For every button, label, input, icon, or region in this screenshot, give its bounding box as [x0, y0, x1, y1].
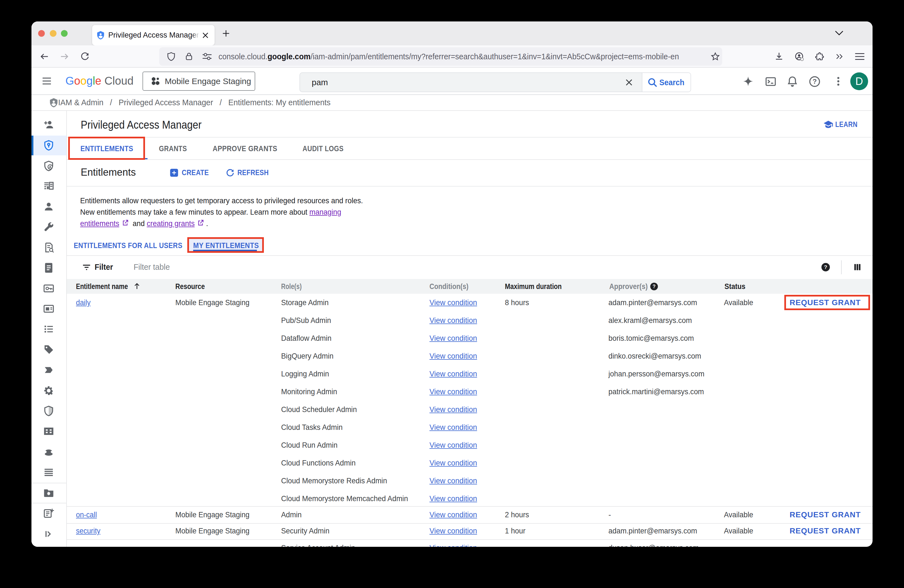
svg-text:?: ?: [653, 284, 656, 289]
svg-text:?: ?: [812, 77, 817, 85]
svg-text:?: ?: [824, 264, 827, 270]
